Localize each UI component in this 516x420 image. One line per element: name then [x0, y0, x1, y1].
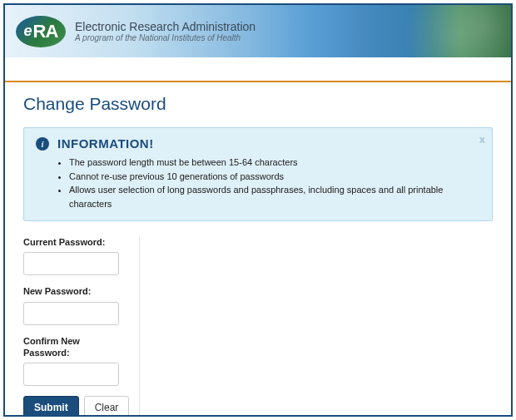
current-password-input[interactable] — [23, 252, 119, 275]
info-item: Cannot re-use previous 10 generations of… — [69, 170, 480, 184]
info-list: The password length must be between 15-6… — [69, 156, 480, 210]
content-area: Change Password x i INFORMATION! The pas… — [5, 82, 511, 417]
new-password-input[interactable] — [23, 302, 119, 325]
form-area: Current Password: New Password: Confirm … — [23, 236, 493, 417]
confirm-password-label: Confirm New Password: — [23, 335, 122, 359]
logo-ra: RA — [33, 21, 58, 42]
app-frame: eRA Electronic Research Administration A… — [3, 3, 513, 417]
header-text: Electronic Research Administration A pro… — [75, 20, 256, 42]
button-row: Submit Clear — [23, 396, 122, 417]
current-password-label: Current Password: — [23, 236, 122, 248]
new-password-group: New Password: — [23, 285, 122, 324]
info-box: x i INFORMATION! The password length mus… — [23, 127, 493, 221]
info-icon: i — [36, 137, 49, 151]
page-title: Change Password — [23, 94, 493, 114]
era-logo: eRA — [15, 14, 67, 49]
logo-e: e — [24, 22, 32, 40]
confirm-password-input[interactable] — [23, 363, 119, 386]
current-password-group: Current Password: — [23, 236, 122, 275]
confirm-password-group: Confirm New Password: — [23, 335, 122, 387]
header-title: Electronic Research Administration — [75, 20, 256, 33]
form-column: Current Password: New Password: Confirm … — [23, 236, 140, 417]
info-item: Allows user selection of long passwords … — [69, 183, 480, 210]
new-password-label: New Password: — [23, 285, 122, 297]
close-icon[interactable]: x — [479, 133, 485, 146]
info-header: i INFORMATION! — [36, 136, 480, 151]
header-banner: eRA Electronic Research Administration A… — [5, 5, 511, 57]
header-subtitle: A program of the National Institutes of … — [75, 33, 256, 42]
info-item: The password length must be between 15-6… — [69, 156, 480, 170]
submit-button[interactable]: Submit — [23, 396, 79, 417]
info-title: INFORMATION! — [57, 136, 154, 151]
era-logo-oval: eRA — [16, 16, 66, 47]
clear-button[interactable]: Clear — [84, 396, 130, 417]
